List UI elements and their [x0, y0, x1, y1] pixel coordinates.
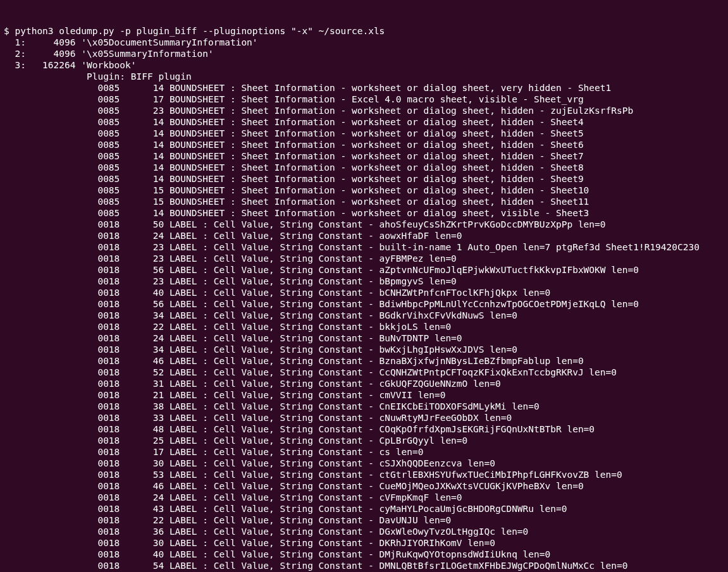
terminal-output[interactable]: $ python3 oledump.py -p plugin_biff --pl…	[4, 25, 724, 572]
